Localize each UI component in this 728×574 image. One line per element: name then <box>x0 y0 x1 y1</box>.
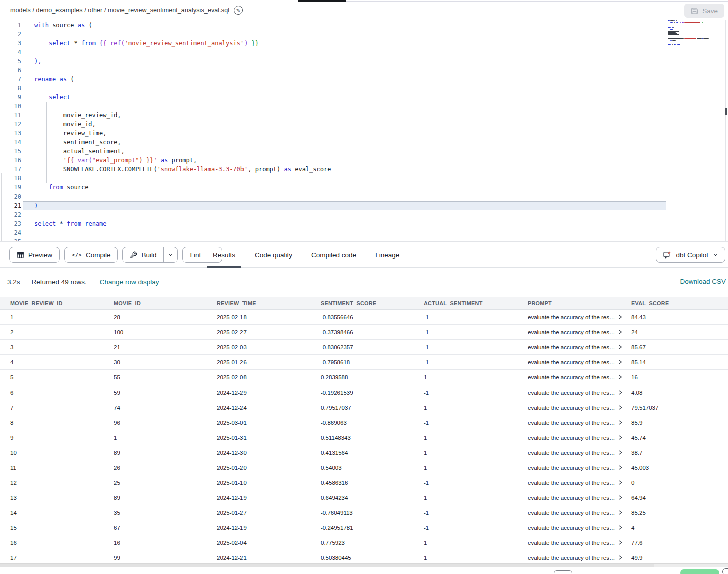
results-status-bar: 3.2s Returned 49 rows. Change row displa… <box>0 268 728 297</box>
expand-cell-chevron-icon[interactable] <box>618 374 623 380</box>
build-button[interactable]: Build <box>123 247 163 262</box>
save-button[interactable]: Save <box>684 4 724 18</box>
code-token: select <box>34 220 56 227</box>
code-token: rename <box>34 76 56 83</box>
lint-button[interactable]: Lint <box>183 247 208 262</box>
table-cell: 2025-03-01 <box>217 420 321 426</box>
expand-cell-chevron-icon[interactable] <box>618 390 623 395</box>
breadcrumb[interactable]: models / demo_examples / other / movie_r… <box>10 0 243 20</box>
code-line[interactable]: SNOWFLAKE.CORTEX.COMPLETE('snowflake-lla… <box>0 165 671 174</box>
table-cell: 2024-12-30 <box>217 450 321 456</box>
column-header-movie_id[interactable]: MOVIE_ID <box>114 300 217 306</box>
code-line[interactable] <box>0 192 671 201</box>
table-row: 1282025-02-18-0.83556646-1evaluate the a… <box>0 310 728 325</box>
code-line[interactable]: movie_review_id, <box>0 111 671 120</box>
download-csv-link[interactable]: Download CSV <box>680 278 726 285</box>
tab-code-quality[interactable]: Code quality <box>255 242 292 268</box>
code-token: source <box>63 184 89 191</box>
code-line[interactable]: '{{ var("eval_prompt") }}' as prompt, <box>0 156 671 165</box>
code-line[interactable]: actual_sentiment, <box>0 147 671 156</box>
code-line[interactable] <box>0 48 671 57</box>
column-header-eval_score[interactable]: EVAL_SCORE <box>631 300 728 306</box>
prompt-preview-text: evaluate the accuracy of the res… <box>528 465 615 471</box>
code-token: "eval_prompt" <box>92 157 139 164</box>
column-header-review_time[interactable]: REVIEW_TIME <box>217 300 321 306</box>
expand-cell-chevron-icon[interactable] <box>618 450 623 455</box>
expand-cell-chevron-icon[interactable] <box>618 525 623 530</box>
code-token: as <box>161 157 168 164</box>
expand-cell-chevron-icon[interactable] <box>618 465 623 470</box>
expand-cell-chevron-icon[interactable] <box>618 359 623 365</box>
code-line[interactable] <box>0 210 671 219</box>
compile-button[interactable]: </> Compile <box>64 247 118 263</box>
code-line[interactable]: from source <box>0 183 671 192</box>
code-line[interactable] <box>0 66 671 75</box>
expand-cell-chevron-icon[interactable] <box>618 420 623 425</box>
code-line[interactable] <box>0 30 671 39</box>
dbt-copilot-button[interactable]: dbt Copilot <box>656 247 725 263</box>
code-line[interactable]: movie_id, <box>0 120 671 129</box>
code-line[interactable]: sentiment_score, <box>0 138 671 147</box>
horizontal-scrollbar[interactable] <box>0 563 728 567</box>
table-cell: 17 <box>10 555 114 561</box>
change-row-display-link[interactable]: Change row display <box>100 278 159 286</box>
code-line[interactable] <box>0 84 671 93</box>
code-line[interactable] <box>0 102 671 111</box>
prompt-cell: evaluate the accuracy of the res… <box>528 405 631 411</box>
expand-cell-chevron-icon[interactable] <box>618 405 623 410</box>
preview-button[interactable]: Preview <box>9 247 60 263</box>
expand-cell-chevron-icon[interactable] <box>618 344 623 350</box>
code-content[interactable]: with source as ( select * from {{ ref('m… <box>0 21 671 242</box>
table-cell: 21 <box>114 344 217 350</box>
editor-scrollbar-thumb[interactable] <box>725 108 727 115</box>
prompt-preview-text: evaluate the accuracy of the res… <box>528 480 615 486</box>
expand-cell-chevron-icon[interactable] <box>618 510 623 515</box>
code-line[interactable]: rename as ( <box>0 75 671 84</box>
table-cell: 2024-12-29 <box>217 390 321 396</box>
code-line[interactable]: select * from rename <box>0 219 671 228</box>
code-token: source <box>49 22 78 29</box>
table-cell-eval-score: 38.7 <box>631 450 728 456</box>
table-cell: -0.83062357 <box>321 344 424 350</box>
table-cell: 0.50380445 <box>321 555 424 561</box>
tab-lineage[interactable]: Lineage <box>375 242 399 268</box>
prompt-cell: evaluate the accuracy of the res… <box>528 314 631 320</box>
column-header-actual_sentiment[interactable]: ACTUAL_SENTIMENT <box>424 300 528 306</box>
column-header-prompt[interactable]: PROMPT <box>528 300 631 306</box>
expand-cell-chevron-icon[interactable] <box>618 480 623 485</box>
code-line[interactable]: ), <box>0 57 671 66</box>
tab-compiled-code[interactable]: Compiled code <box>311 242 356 268</box>
table-cell: 1 <box>424 540 528 546</box>
column-header-sentiment_score[interactable]: SENTIMENT_SCORE <box>321 300 424 306</box>
code-line[interactable] <box>0 237 671 242</box>
column-header-movie_review_id[interactable]: MOVIE_REVIEW_ID <box>10 300 114 306</box>
bottom-cutoff-green-pill[interactable] <box>680 569 719 574</box>
expand-cell-chevron-icon[interactable] <box>618 314 623 320</box>
tab-results[interactable]: Results <box>213 242 235 268</box>
prompt-preview-text: evaluate the accuracy of the res… <box>528 495 615 501</box>
code-line[interactable] <box>0 174 671 183</box>
minimap[interactable] <box>668 20 725 55</box>
code-line[interactable]: ) <box>0 201 671 210</box>
expand-cell-chevron-icon[interactable] <box>618 435 623 440</box>
code-token: prompt, <box>168 157 197 164</box>
bottom-cutoff-right-button[interactable] <box>722 568 728 574</box>
table-row: 13892024-12-190.64942341evaluate the acc… <box>0 490 728 505</box>
code-line[interactable] <box>0 228 671 237</box>
code-line[interactable]: review_time, <box>0 129 671 138</box>
table-cell: 89 <box>114 495 217 501</box>
code-line[interactable]: select * from {{ ref('movie_review_senti… <box>0 39 671 48</box>
table-cell: 96 <box>114 420 217 426</box>
build-dropdown-caret[interactable] <box>163 247 177 262</box>
code-line[interactable]: with source as ( <box>0 21 671 30</box>
expand-cell-chevron-icon[interactable] <box>618 555 623 560</box>
save-icon <box>691 7 698 15</box>
code-line[interactable]: select <box>0 93 671 102</box>
expand-cell-chevron-icon[interactable] <box>618 540 623 545</box>
bottom-cutoff-button[interactable] <box>554 570 572 574</box>
expand-cell-chevron-icon[interactable] <box>618 329 623 335</box>
code-token <box>34 94 49 101</box>
expand-cell-chevron-icon[interactable] <box>618 495 623 500</box>
code-editor[interactable]: 1234567891011121314151617181920212223242… <box>0 20 728 242</box>
edit-file-icon[interactable]: ✎ <box>234 6 243 15</box>
